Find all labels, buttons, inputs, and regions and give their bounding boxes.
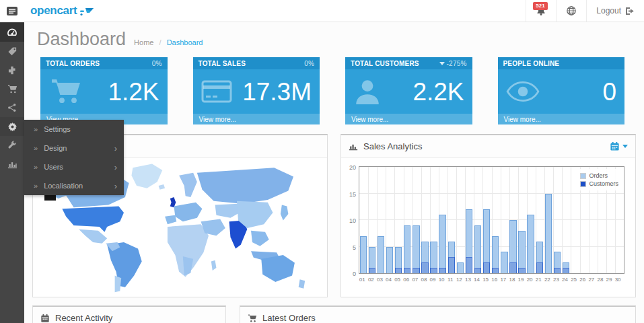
tile-people-online: PEOPLE ONLINE 0 View more... [498,57,625,124]
logo-cart-icon [79,7,94,16]
extensions-icon [7,65,17,75]
chevron-right-icon: › [114,143,117,153]
share-icon [7,103,17,112]
recent-activity-header: Recent Activity [33,307,225,323]
chevron-right-icon: › [114,162,117,172]
tile-body: 0 [498,69,625,114]
latest-orders-header: Latest Orders [240,307,635,323]
sidebar-nav [0,22,24,323]
tile-total-customers: TOTAL CUSTOMERS -275% 2.2K View more... [345,57,472,124]
double-chevron-icon: » [34,125,38,133]
sidebar-item-sales[interactable] [0,79,24,98]
breadcrumb-separator: / [159,38,162,46]
submenu-item-design[interactable]: » Design › [24,139,124,157]
x-tick-label: 08 [421,277,427,283]
menu-toggle-button[interactable] [0,0,24,22]
eye-icon [506,81,540,102]
tag-icon [7,46,17,57]
bar-orders [386,247,393,274]
tile-body: 1.2K [40,69,168,114]
tile-title: TOTAL CUSTOMERS [351,60,419,67]
bar-customers [518,268,525,273]
bar-customers [430,268,437,273]
bar-customers [404,268,410,273]
tile-percent: 0% [304,60,314,67]
bar-orders [404,225,410,273]
cart-icon [248,314,257,323]
topbar: opencart 521 Logout [0,0,644,22]
shopping-cart-icon [48,77,83,106]
latest-orders-panel: Latest Orders [240,306,636,323]
bar-customers [536,262,543,273]
credit-card-icon [201,80,232,103]
cart-icon [7,84,17,94]
tile-title: TOTAL SALES [199,60,246,67]
calendar-icon [610,141,620,151]
bar-orders [378,236,384,273]
tile-header: PEOPLE ONLINE [498,57,625,69]
double-chevron-icon: » [34,163,38,171]
bar-customers [448,257,455,273]
breadcrumb-current[interactable]: Dashboard [167,38,203,46]
legend-swatch [580,181,586,187]
tile-body: 17.3M [193,69,320,114]
bar-customers [554,268,561,273]
logout-button[interactable]: Logout [586,0,644,22]
tile-view-more-link[interactable]: View more... [193,114,320,124]
stores-button[interactable] [556,0,586,22]
sidebar-item-dashboard[interactable] [0,23,24,42]
bar-orders [360,236,367,273]
calendar-icon [40,314,50,323]
tile-view-more-link[interactable]: View more... [345,114,472,124]
sidebar-item-reports[interactable] [0,155,24,174]
page-header: Dashboard Home / Dashboard [24,22,644,52]
grid-line-vertical [562,167,563,273]
x-tick-label: 12 [456,277,462,283]
tile-value: 2.2K [413,79,464,104]
sales-analytics-panel: Sales Analytics [341,134,636,297]
dashboard-icon [7,27,17,38]
chevron-right-icon: › [114,181,117,191]
x-tick-label: 26 [579,277,585,283]
sidebar-item-extensions[interactable] [0,61,24,79]
x-tick-label: 15 [482,277,489,283]
stat-tiles-row: TOTAL ORDERS 0% 1.2K View more... TOTAL … [40,57,624,124]
x-tick-label: 30 [615,277,621,283]
x-tick-label: 16 [491,277,497,283]
tile-value: 1.2K [108,79,159,104]
tile-percent-value: -275% [447,60,467,67]
tile-view-more-link[interactable]: View more... [498,114,625,124]
breadcrumb: Home / Dashboard [134,38,203,46]
legend-item-customers: Customers [580,180,618,187]
sidebar-item-system[interactable] [0,117,24,136]
bottom-row: Recent Activity Latest Orders [32,306,636,323]
submenu-item-settings[interactable]: » Settings [24,120,124,139]
submenu-item-localisation[interactable]: » Localisation › [24,176,124,195]
bar-chart-icon [7,159,17,170]
legend-label: Customers [589,180,618,187]
legend-item-orders: Orders [580,172,618,179]
date-range-button[interactable] [610,141,628,151]
submenu-item-users[interactable]: » Users › [24,157,124,176]
tile-title: PEOPLE ONLINE [503,60,560,67]
grid-line-horizontal [359,219,624,220]
x-tick-label: 02 [368,277,374,283]
submenu-item-label: Users [44,163,63,171]
tile-total-sales: TOTAL SALES 0% 17.3M View more... [193,57,320,124]
sidebar-item-tools[interactable] [0,136,24,155]
opencart-logo[interactable]: opencart [30,0,94,22]
bar-orders [518,231,525,273]
panel-title: Recent Activity [55,313,112,323]
panel-title: Sales Analytics [363,141,422,151]
tile-body: 2.2K [345,69,472,114]
breadcrumb-home[interactable]: Home [134,38,153,46]
tile-percent: 0% [152,60,162,67]
notifications-button[interactable]: 521 [526,0,556,22]
sidebar-item-catalog[interactable] [0,42,24,61]
tile-value: 0 [602,79,616,104]
tile-header: TOTAL CUSTOMERS -275% [345,57,472,69]
sidebar-item-marketing[interactable] [0,98,24,117]
logout-label: Logout [596,6,621,15]
x-tick-label: 20 [527,277,533,283]
x-tick-label: 04 [386,277,392,283]
